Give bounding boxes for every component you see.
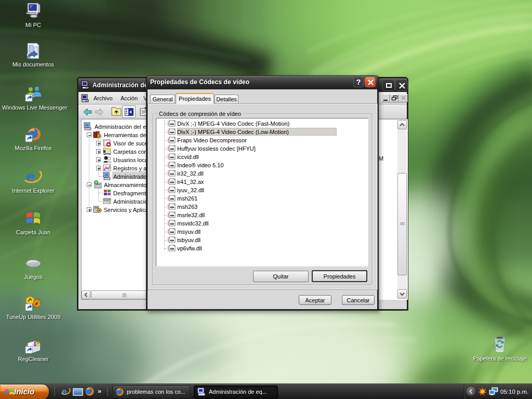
svg-text:e: e	[62, 387, 68, 396]
svg-text:e: e	[26, 168, 35, 186]
